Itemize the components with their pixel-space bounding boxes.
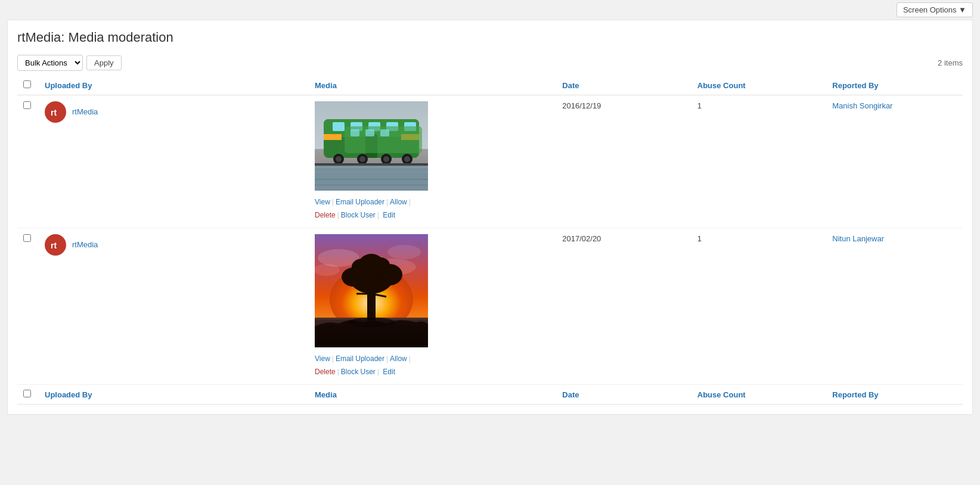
- table-row: rt rtMedia: [17, 228, 963, 385]
- row1-checkbox[interactable]: [23, 101, 31, 109]
- row1-view-link[interactable]: View: [315, 198, 330, 206]
- table-header-row: Uploaded By Media Date Abuse Count Repor…: [17, 76, 963, 95]
- media-table: Uploaded By Media Date Abuse Count Repor…: [17, 76, 963, 405]
- row2-uploader-name[interactable]: rtMedia: [72, 234, 98, 256]
- row2-media-thumb: [315, 234, 428, 347]
- row1-abuse-count-cell: 1: [691, 95, 827, 228]
- svg-rect-28: [351, 129, 359, 136]
- select-all-checkbox[interactable]: [23, 80, 31, 88]
- row1-edit-link[interactable]: Edit: [383, 211, 395, 219]
- sep9: |: [337, 368, 339, 376]
- sep5: |: [377, 211, 379, 219]
- svg-point-53: [359, 254, 383, 272]
- row2-email-uploader-link[interactable]: Email Uploader: [336, 355, 384, 363]
- row1-media-actions: View|Email Uploader|Allow| Delete|Block …: [315, 196, 550, 222]
- row1-delete-link[interactable]: Delete: [315, 211, 336, 219]
- svg-rect-23: [315, 167, 428, 168]
- footer-abuse-count[interactable]: Abuse Count: [691, 385, 827, 405]
- page-title: rtMedia: Media moderation: [17, 30, 963, 45]
- sep3: |: [409, 198, 411, 206]
- svg-rect-21: [315, 163, 428, 166]
- header-uploaded-by[interactable]: Uploaded By: [39, 76, 309, 95]
- sep6: |: [332, 355, 334, 363]
- table-row: rt rtMedia: [17, 95, 963, 228]
- footer-uploaded-by[interactable]: Uploaded By: [39, 385, 309, 405]
- footer-date[interactable]: Date: [556, 385, 691, 405]
- row2-delete-link[interactable]: Delete: [315, 368, 336, 376]
- row2-avatar: rt: [45, 234, 66, 256]
- sep2: |: [386, 198, 388, 206]
- main-content: rtMedia: Media moderation Bulk Actions D…: [7, 20, 973, 415]
- sep8: |: [409, 355, 411, 363]
- row2-uploader-cell: rt rtMedia: [39, 228, 309, 385]
- row2-block-user-link[interactable]: Block User: [341, 368, 376, 376]
- svg-rect-5: [324, 134, 342, 140]
- footer-reported-by[interactable]: Reported By: [826, 385, 963, 405]
- row1-avatar: rt: [45, 101, 66, 123]
- svg-rect-7: [333, 122, 345, 131]
- svg-rect-25: [315, 179, 428, 180]
- sep4: |: [337, 211, 339, 219]
- header-abuse-count[interactable]: Abuse Count: [691, 76, 827, 95]
- header-check-col: [17, 76, 39, 95]
- row2-media-actions: View|Email Uploader|Allow| Delete|Block …: [315, 353, 550, 378]
- svg-rect-22: [315, 166, 428, 191]
- toolbar-left: Bulk Actions Delete Allow Apply: [17, 55, 122, 71]
- footer-select-all-checkbox[interactable]: [23, 390, 31, 397]
- footer-media[interactable]: Media: [309, 385, 556, 405]
- row1-allow-link[interactable]: Allow: [390, 198, 407, 206]
- row1-media-cell: View|Email Uploader|Allow| Delete|Block …: [309, 95, 556, 228]
- svg-point-14: [336, 156, 342, 162]
- row1-block-user-link[interactable]: Block User: [341, 211, 376, 219]
- header-reported-by[interactable]: Reported By: [826, 76, 963, 95]
- row1-date-cell: 2016/12/19: [556, 95, 691, 228]
- svg-rect-26: [315, 185, 428, 185]
- row1-media-thumb: [315, 101, 428, 191]
- row2-date-cell: 2017/02/20: [556, 228, 691, 385]
- svg-point-18: [383, 156, 389, 162]
- sep1: |: [332, 198, 334, 206]
- page-wrap: Screen Options ▼ rtMedia: Media moderati…: [0, 0, 980, 485]
- svg-point-16: [359, 156, 365, 162]
- svg-point-37: [315, 264, 340, 276]
- svg-point-35: [387, 245, 421, 259]
- header-media[interactable]: Media: [309, 76, 556, 95]
- row1-uploader-name[interactable]: rtMedia: [72, 101, 98, 123]
- row1-email-uploader-link[interactable]: Email Uploader: [336, 198, 384, 206]
- top-toolbar: Bulk Actions Delete Allow Apply 2 items: [17, 55, 963, 71]
- svg-rect-30: [380, 129, 389, 136]
- row2-media-cell: View|Email Uploader|Allow| Delete|Block …: [309, 228, 556, 385]
- header-date[interactable]: Date: [556, 76, 691, 95]
- screen-options-button[interactable]: Screen Options ▼: [897, 2, 973, 17]
- svg-text:rt: rt: [51, 241, 57, 250]
- row1-reported-cell: Manish Songirkar: [826, 95, 963, 228]
- row1-check-cell: [17, 95, 39, 228]
- row2-edit-link[interactable]: Edit: [383, 368, 395, 376]
- svg-point-20: [404, 156, 410, 162]
- row2-view-link[interactable]: View: [315, 355, 330, 363]
- row2-reported-cell: Nitun Lanjewar: [826, 228, 963, 385]
- footer-check-col: [17, 385, 39, 405]
- svg-text:rt: rt: [51, 108, 57, 117]
- apply-button[interactable]: Apply: [86, 55, 122, 70]
- items-count: 2 items: [938, 58, 963, 67]
- svg-rect-24: [315, 172, 428, 172]
- row2-reported-by-link[interactable]: Nitun Lanjewar: [832, 234, 884, 243]
- table-footer-row: Uploaded By Media Date Abuse Count Repor…: [17, 385, 963, 405]
- row1-uploader-cell: rt rtMedia: [39, 95, 309, 228]
- row1-reported-by-link[interactable]: Manish Songirkar: [832, 101, 892, 110]
- row2-abuse-count-cell: 1: [691, 228, 827, 385]
- screen-options-bar: Screen Options ▼: [0, 0, 980, 20]
- sep10: |: [377, 368, 379, 376]
- row2-allow-link[interactable]: Allow: [390, 355, 407, 363]
- bulk-actions-select[interactable]: Bulk Actions Delete Allow: [17, 55, 83, 71]
- sep7: |: [386, 355, 388, 363]
- row2-checkbox[interactable]: [23, 234, 31, 242]
- svg-rect-29: [365, 129, 374, 136]
- row2-check-cell: [17, 228, 39, 385]
